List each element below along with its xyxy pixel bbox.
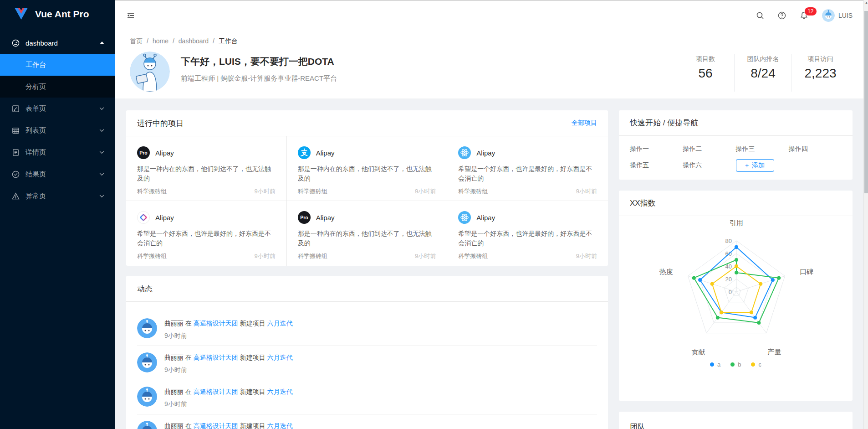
project-title[interactable]: Alipay — [316, 214, 335, 222]
team-card: 团队 — [619, 412, 853, 429]
activity-team-link[interactable]: 高逼格设计天团 — [194, 388, 238, 395]
project-card[interactable]: Pro Alipay 那是一种内在的东西，他们到达不了，也无法触及的 科学搬砖组… — [287, 201, 448, 266]
activity-project-link[interactable]: 六月迭代 — [267, 354, 293, 361]
sidebar-item-forms[interactable]: 表单页 — [0, 98, 115, 119]
project-group-link[interactable]: 科学搬砖组 — [458, 252, 488, 260]
project-group-link[interactable]: 科学搬砖组 — [137, 187, 167, 196]
search-icon[interactable] — [756, 11, 764, 20]
app-logo[interactable]: Vue Ant Pro — [0, 0, 115, 28]
activity-user[interactable]: 曲丽丽 — [164, 422, 184, 429]
project-updated-time: 9小时前 — [576, 187, 597, 196]
quick-link-6[interactable]: 操作六 — [683, 159, 735, 172]
project-group-link[interactable]: 科学搬砖组 — [137, 252, 167, 260]
sidebar-item-label: 工作台 — [26, 61, 46, 69]
sidebar-item-profile[interactable]: 详情页 — [0, 141, 115, 163]
dashboard-icon — [11, 38, 20, 47]
project-title[interactable]: Alipay — [316, 149, 335, 157]
activity-avatar[interactable] — [137, 352, 157, 372]
sidebar-item-label: 分析页 — [26, 83, 46, 91]
notification-bell-icon[interactable]: 12 — [800, 11, 808, 20]
activity-team-link[interactable]: 高逼格设计天团 — [194, 320, 238, 327]
project-title[interactable]: Alipay — [155, 214, 174, 222]
activity-avatar[interactable] — [137, 318, 157, 338]
header-stats: 项目数 56 团队内排名 8/24 项目访问 2,223 — [677, 52, 849, 92]
project-title[interactable]: Alipay — [476, 149, 495, 157]
project-card[interactable]: Alipay 那是一种内在的东西，他们到达不了，也无法触及的 科学搬砖组 9小时… — [287, 136, 448, 201]
activity-user[interactable]: 曲丽丽 — [164, 354, 184, 361]
quick-link-3[interactable]: 操作三 — [736, 142, 789, 156]
project-updated-time: 9小时前 — [254, 187, 275, 196]
sidebar-item-result[interactable]: 结果页 — [0, 163, 115, 185]
breadcrumb-item[interactable]: home — [153, 37, 168, 45]
project-updated-time: 9小时前 — [254, 252, 275, 260]
breadcrumb-item[interactable]: dashboard — [179, 37, 209, 45]
add-button-label: 添加 — [752, 161, 765, 170]
project-card[interactable]: Pro Alipay 那是一种内在的东西，他们到达不了，也无法触及的 科学搬砖组… — [126, 136, 287, 201]
project-group-link[interactable]: 科学搬砖组 — [458, 187, 488, 196]
xx-index-title: XX指数 — [630, 198, 656, 208]
legend-item-c[interactable]: c — [751, 361, 761, 368]
activities-card: 动态 曲丽丽 在 高逼格设计天团 新建项目 六月迭代 — [126, 276, 608, 429]
radar-chart: 020406080引用口碑产量贡献热度 a b c — [619, 216, 853, 400]
scrollbar-thumb[interactable] — [864, 11, 868, 193]
activity-project-link[interactable]: 六月迭代 — [267, 320, 293, 327]
activity-project-link[interactable]: 六月迭代 — [267, 388, 293, 395]
page-scrollbar[interactable]: ▲ — [863, 0, 868, 429]
breadcrumb-separator: / — [147, 37, 148, 45]
svg-text:产量: 产量 — [767, 348, 781, 356]
quick-link-2[interactable]: 操作二 — [683, 142, 735, 156]
svg-text:贡献: 贡献 — [692, 348, 705, 356]
activity-avatar[interactable] — [137, 421, 157, 429]
activity-project-link[interactable]: 六月迭代 — [267, 422, 293, 429]
project-updated-time: 9小时前 — [415, 187, 436, 196]
user-menu[interactable]: LUIS — [822, 9, 853, 22]
activity-team-link[interactable]: 高逼格设计天团 — [194, 354, 238, 361]
help-icon[interactable] — [778, 11, 786, 20]
breadcrumb-item-home[interactable]: 首页 — [130, 37, 143, 45]
project-title[interactable]: Alipay — [155, 149, 174, 157]
add-button[interactable]: + 添加 — [736, 159, 774, 172]
activity-user[interactable]: 曲丽丽 — [164, 320, 184, 327]
sidebar-item-analysis[interactable]: 分析页 — [0, 76, 115, 98]
sidebar-item-lists[interactable]: 列表页 — [0, 119, 115, 141]
project-card[interactable]: Alipay 希望是一个好东西，也许是最好的，好东西是不会消亡的 科学搬砖组 9… — [126, 201, 287, 266]
legend-dot — [710, 362, 714, 367]
activity-time: 9小时前 — [164, 365, 293, 374]
quick-link-5[interactable]: 操作五 — [630, 159, 683, 172]
check-circle-icon — [11, 170, 20, 179]
activity-avatar[interactable] — [137, 387, 157, 407]
quick-link-4[interactable]: 操作四 — [789, 142, 842, 156]
project-group-link[interactable]: 科学搬砖组 — [298, 187, 327, 196]
sidebar-item-dashboard[interactable]: dashboard — [0, 32, 115, 54]
notification-badge: 12 — [804, 7, 817, 16]
scrollbar-up-arrow[interactable]: ▲ — [865, 1, 868, 4]
activity-action: 新建项目 — [240, 354, 266, 361]
quick-link-1[interactable]: 操作一 — [630, 142, 683, 156]
activities-list: 曲丽丽 在 高逼格设计天团 新建项目 六月迭代 9小时前 — [126, 302, 608, 429]
breadcrumb-separator: / — [173, 37, 174, 45]
project-group-link[interactable]: 科学搬砖组 — [298, 252, 327, 260]
top-bar: 12 LUIS — [115, 1, 863, 30]
sidebar-item-workplace[interactable]: 工作台 — [0, 54, 115, 76]
sidebar-item-label: 详情页 — [26, 148, 99, 157]
svg-text:80: 80 — [725, 238, 732, 244]
breadcrumb: 首页/home/dashboard/工作台 — [130, 37, 849, 46]
legend-item-a[interactable]: a — [710, 361, 720, 368]
sidebar-item-exception[interactable]: 异常页 — [0, 185, 115, 207]
project-card[interactable]: Alipay 希望是一个好东西，也许是最好的，好东西是不会消亡的 科学搬砖组 9… — [447, 201, 608, 266]
project-card[interactable]: Alipay 希望是一个好东西，也许是最好的，好东西是不会消亡的 科学搬砖组 9… — [447, 136, 608, 201]
legend-label: a — [717, 361, 720, 368]
activity-team-link[interactable]: 高逼格设计天团 — [194, 422, 238, 429]
project-desc: 那是一种内在的东西，他们到达不了，也无法触及的 — [298, 164, 436, 183]
activity-item: 曲丽丽 在 高逼格设计天团 新建项目 六月迭代 9小时前 — [137, 312, 597, 346]
project-title[interactable]: Alipay — [476, 214, 495, 222]
menu-fold-icon[interactable] — [126, 11, 135, 20]
activity-user[interactable]: 曲丽丽 — [164, 388, 184, 395]
chevron-down-icon — [99, 151, 104, 154]
legend-item-b[interactable]: b — [730, 361, 741, 368]
chevron-down-icon — [99, 195, 104, 198]
user-role-subtitle: 前端工程师 | 蚂蚁金服-计算服务事业群-REACT平台 — [181, 74, 337, 83]
team-card-title: 团队 — [630, 422, 645, 429]
all-projects-link[interactable]: 全部项目 — [572, 119, 597, 127]
projects-card-title: 进行中的项目 — [137, 118, 184, 129]
